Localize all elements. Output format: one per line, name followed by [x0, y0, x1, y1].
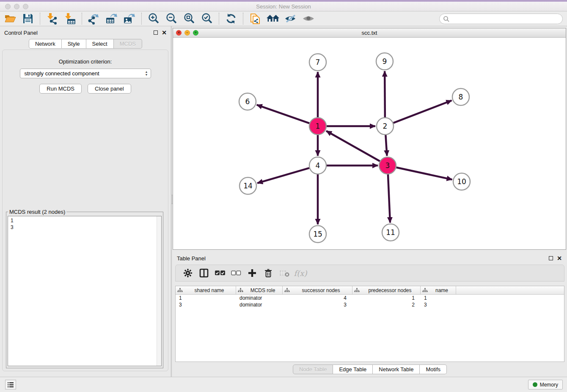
app-title: Session: New Session	[0, 3, 567, 10]
export-image-button[interactable]	[123, 12, 136, 25]
attribute-type-icon	[422, 288, 428, 293]
copy-style-button[interactable]	[248, 12, 262, 25]
column-header-MCDS-role[interactable]: MCDS role	[236, 286, 283, 294]
show-columns-button[interactable]	[198, 267, 210, 279]
checked-boxes-icon	[215, 270, 226, 276]
zoom-fit-button[interactable]	[182, 12, 196, 25]
memory-status-icon	[533, 382, 537, 387]
application-window: Session: New Session	[0, 0, 567, 392]
edge-3-11[interactable]	[388, 174, 390, 223]
cell[interactable]: 1	[352, 295, 421, 301]
delete-column-button[interactable]	[262, 267, 275, 279]
table-settings-button[interactable]	[182, 267, 194, 279]
node-label-7: 7	[316, 58, 320, 66]
import-network-icon	[46, 13, 58, 25]
optimization-criterion-select[interactable]: strongly connected component ▲▼	[20, 69, 151, 78]
zoom-out-button[interactable]	[165, 12, 178, 25]
show-all-button[interactable]	[302, 12, 315, 25]
result-scrollbar[interactable]	[157, 216, 161, 366]
export-table-button[interactable]	[105, 12, 118, 25]
cell[interactable]: 1	[421, 295, 456, 301]
mcds-result-text[interactable]: 1 3	[8, 216, 162, 366]
add-column-button[interactable]	[246, 267, 259, 279]
edge-2-9[interactable]	[385, 71, 385, 117]
cell[interactable]: 3	[283, 302, 352, 308]
select-stepper-icon: ▲▼	[145, 70, 148, 76]
search-icon	[443, 16, 450, 22]
edge-1-6[interactable]	[257, 105, 309, 123]
cell[interactable]: 3	[421, 302, 456, 308]
tab-mcds[interactable]: MCDS	[114, 39, 142, 49]
table-row[interactable]: 3dominator323	[176, 301, 564, 308]
unchecked-boxes-icon	[231, 271, 241, 276]
save-session-button[interactable]	[21, 12, 35, 25]
column-header-shared-name[interactable]: shared name	[176, 286, 236, 294]
mcds-panel: Optimization criterion: strongly connect…	[2, 50, 168, 371]
status-bar: Memory	[0, 377, 567, 392]
table-panel-title: Table Panel	[177, 255, 549, 262]
tab-select[interactable]: Select	[86, 39, 114, 49]
save-icon	[22, 13, 33, 24]
close-panel-button[interactable]: Close panel	[88, 84, 131, 94]
memory-label: Memory	[540, 382, 558, 388]
control-panel-tabs: Network Style Select MCDS	[0, 39, 171, 49]
optimization-criterion-label: Optimization criterion:	[3, 58, 168, 65]
delete-table-button[interactable]	[278, 267, 291, 279]
network-graph[interactable]: 1234678910111415	[173, 38, 566, 250]
cell[interactable]: 1	[176, 295, 236, 301]
edge-4-14[interactable]	[257, 168, 309, 183]
network-canvas[interactable]: 1234678910111415	[173, 38, 566, 249]
main-toolbar	[0, 11, 567, 26]
float-table-panel-icon[interactable]	[549, 256, 553, 260]
home-layout-button[interactable]	[266, 12, 280, 25]
cell[interactable]: 3	[176, 302, 236, 308]
edge-2-3[interactable]	[385, 135, 387, 156]
columns-icon	[199, 268, 209, 278]
deselect-all-rows-button[interactable]	[230, 267, 242, 279]
tab-node-table[interactable]: Node Table	[293, 364, 333, 374]
import-table-icon	[64, 13, 76, 25]
memory-button[interactable]: Memory	[528, 380, 563, 389]
table-row[interactable]: 1dominator411	[176, 295, 564, 301]
import-table-button[interactable]	[63, 12, 77, 25]
column-header-successor-nodes[interactable]: successor nodes	[283, 286, 352, 294]
export-network-button[interactable]	[87, 12, 101, 25]
cell[interactable]: 2	[352, 302, 421, 308]
close-panel-icon[interactable]: ✕	[162, 30, 167, 35]
tab-network[interactable]: Network	[29, 39, 62, 49]
toolbar-separator	[40, 13, 40, 25]
search-input[interactable]	[450, 15, 562, 23]
edge-2-8[interactable]	[394, 100, 452, 123]
node-label-3: 3	[385, 161, 390, 170]
select-all-rows-button[interactable]	[214, 267, 226, 279]
import-network-button[interactable]	[45, 12, 59, 25]
node-label-11: 11	[386, 228, 395, 237]
cell[interactable]: 4	[283, 295, 352, 301]
refresh-button[interactable]	[224, 12, 238, 25]
tab-network-table[interactable]: Network Table	[373, 364, 420, 374]
close-table-panel-icon[interactable]: ✕	[557, 256, 562, 260]
task-history-button[interactable]	[5, 380, 16, 389]
tab-style[interactable]: Style	[62, 39, 86, 49]
run-mcds-button[interactable]: Run MCDS	[39, 84, 82, 94]
tab-motifs[interactable]: Motifs	[420, 364, 447, 374]
node-label-9: 9	[383, 57, 387, 66]
zoom-in-button[interactable]	[147, 12, 160, 25]
hide-selected-button[interactable]	[284, 12, 297, 25]
column-header-predecessor-nodes[interactable]: predecessor nodes	[352, 286, 421, 294]
node-table: shared nameMCDS rolesuccessor nodesprede…	[175, 286, 564, 362]
function-builder-button[interactable]: f(x)	[294, 267, 307, 279]
fx-icon: f(x)	[294, 269, 307, 278]
cell[interactable]: dominator	[236, 302, 283, 308]
zoom-selected-button[interactable]	[200, 12, 214, 25]
float-panel-icon[interactable]	[154, 30, 158, 35]
edge-3-1[interactable]	[326, 131, 380, 161]
table-tabs-strip: Node Table Edge Table Network Table Moti…	[173, 364, 567, 374]
column-header-name[interactable]: name	[421, 286, 456, 294]
edge-3-10[interactable]	[396, 167, 452, 179]
tab-edge-table[interactable]: Edge Table	[333, 364, 373, 374]
open-session-button[interactable]	[3, 12, 17, 25]
cell[interactable]: dominator	[236, 295, 283, 301]
table-panel-header: Table Panel ✕	[173, 253, 567, 264]
mcds-result-fieldset: MCDS result (2 nodes) 1 3	[6, 209, 163, 368]
